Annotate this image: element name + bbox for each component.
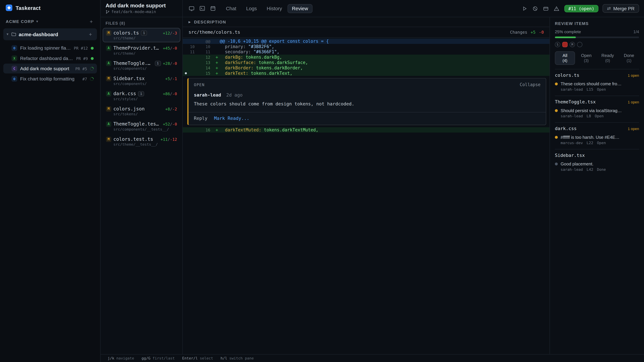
sidebar: Taskeract ACME CORP ▾ + ▾ acme-dashboard… [0, 0, 100, 362]
files-header: FILES (8) [100, 17, 182, 27]
avatar-empty[interactable] [577, 42, 582, 47]
review-item[interactable]: These colors should come fro… sarah-lead… [555, 81, 639, 91]
task-label: Fix loading spinner flash [20, 45, 71, 50]
file-name: ThemeToggle.test.tsx [113, 121, 161, 127]
mark-ready-button[interactable]: Mark Ready... [214, 116, 250, 121]
description-label: DESCRIPTION [194, 20, 226, 24]
repo-item[interactable]: ▾ acme-dashboard + [3, 28, 97, 40]
task-item[interactable]: O Fix loading spinner flash PR #12 [3, 43, 97, 53]
status-done-dot [91, 57, 94, 60]
terminal-icon[interactable] [198, 4, 206, 13]
review-item-text: #ffffff is too harsh. Use #E4E… [561, 135, 639, 139]
group-file-name: dark.css [555, 126, 577, 131]
collapse-button[interactable]: Collapse [520, 82, 540, 87]
diff-line-added-with-comment[interactable]: 15 + darkText: tokens.darkText, [183, 70, 550, 76]
file-row[interactable]: M Sidebar.tsx +5/-1 src/components/ [103, 73, 180, 88]
tab-chat[interactable]: Chat [221, 4, 241, 13]
review-item-meta: sarah-lead L15 Open [561, 87, 639, 91]
file-path: src/components/ [113, 66, 177, 70]
diff-line[interactable]: 10 10 primary: "#3B82F6", [183, 44, 550, 49]
diff-line-added[interactable]: 16 + darkTextMuted: tokens.darkTextMuted… [183, 127, 550, 133]
reply-button[interactable]: Reply [194, 116, 208, 121]
merge-pr-button[interactable]: ⇄ Merge PR [602, 4, 639, 12]
screen-icon[interactable] [187, 4, 196, 13]
review-group: dark.css 1 open #ffffff is too harsh. Us… [555, 122, 639, 145]
avatar-flagged[interactable] [562, 42, 568, 47]
diff-change-summary: Changes +5 -0 [510, 30, 544, 34]
modified-badge: M [106, 76, 111, 81]
filter-done[interactable]: Done (1) [619, 51, 639, 65]
add-org-button[interactable]: + [88, 18, 94, 25]
comment-thread: OPEN Collapse sarah-lead 2d ago These co… [187, 78, 546, 125]
file-row[interactable]: M colors.json +8/-2 src/tokens/ [103, 104, 180, 118]
modified-badge: M [106, 106, 111, 111]
thread-header: OPEN Collapse [188, 78, 546, 87]
diff-file-bar: src/theme/colors.ts Changes +5 -0 [183, 27, 550, 38]
file-row[interactable]: A dark.css 1 +86/-0 src/styles/ [103, 89, 180, 103]
file-path: src/styles/ [113, 97, 177, 101]
diff-line-added[interactable]: 12 + darkBg: tokens.darkBg, [183, 55, 550, 60]
org-switcher[interactable]: ACME CORP ▾ + [0, 15, 100, 27]
task-item-selected[interactable]: C Add dark mode support PR #5 [3, 64, 97, 73]
review-group: ThemeToggle.tsx 1 open Should persist vi… [555, 96, 639, 118]
task-type-icon: O [12, 45, 17, 51]
item-line: L8 [587, 114, 591, 118]
file-name: colors.json [113, 106, 145, 112]
tab-review[interactable]: Review [288, 4, 312, 13]
card-icon[interactable] [541, 4, 550, 13]
file-path: src/components/__tests__/ [113, 127, 177, 131]
keyboard-hint: j/k navigate [108, 356, 134, 360]
comment-body: These colors should come from design tok… [188, 98, 546, 112]
pr-status-badge[interactable]: #11 (open) [564, 5, 598, 12]
file-row[interactable]: M colors.test.ts +11/-12 src/theme/__tes… [103, 134, 180, 149]
task-label: Refactor dashboard data f... [20, 56, 73, 61]
diff-code: @@ @@ -10,6 +10,15 @@ export const color… [183, 38, 550, 133]
diff-line-added[interactable]: 14 + darkBorder: tokens.darkBorder, [183, 65, 550, 70]
add-task-button[interactable]: + [87, 31, 94, 38]
file-row[interactable]: A ThemeToggle.test.tsx +52/-0 src/compon… [103, 119, 180, 133]
warning-icon[interactable] [552, 4, 561, 13]
tab-logs[interactable]: Logs [242, 4, 262, 13]
workspace: Add dark mode support feat/dark-mode→mai… [100, 0, 644, 362]
task-item[interactable]: O Fix chart tooltip formatting #7 [3, 74, 97, 84]
group-file-name: ThemeToggle.tsx [555, 99, 596, 105]
reviewer-avatars: S M [555, 42, 639, 47]
review-item[interactable]: Good placement. sarah-lead L42 Done [555, 161, 639, 171]
modified-badge: M [106, 136, 111, 142]
description-toggle[interactable]: ▶ DESCRIPTION [183, 17, 550, 27]
tab-history[interactable]: History [262, 4, 286, 13]
file-stats: +28/-0 [163, 61, 177, 65]
status-done-dot [91, 46, 94, 49]
item-status: Open [595, 114, 604, 118]
app-logo: Taskeract [0, 0, 100, 15]
task-item[interactable]: X Refactor dashboard data f... PR #9 [3, 53, 97, 63]
stop-ban-icon[interactable] [531, 4, 540, 13]
file-row[interactable]: A ThemeToggle.tsx 1 +28/-0 src/component… [103, 58, 180, 73]
review-filters: All (4) Open (3) Ready (0) Done (1) [555, 51, 639, 65]
review-group: colors.ts 1 open These colors should com… [555, 69, 639, 91]
diff-file-path: src/theme/colors.ts [188, 29, 240, 35]
review-item[interactable]: Should persist via localStorag… sarah-le… [555, 108, 639, 118]
play-icon[interactable] [520, 4, 529, 13]
avatar[interactable]: M [570, 42, 575, 47]
file-name: dark.css [113, 91, 136, 96]
file-stats: +52/-0 [163, 122, 177, 126]
avatar[interactable]: S [555, 42, 560, 47]
file-stats: +12/-3 [163, 30, 177, 35]
file-row-selected[interactable]: M colors.ts 1 +12/-3 src/theme/ [103, 28, 180, 42]
item-author: marcus-dev [561, 141, 583, 145]
calendar-icon[interactable] [208, 4, 217, 13]
file-row[interactable]: A ThemeProvider.tsx +45/-0 src/theme/ [103, 43, 180, 57]
filter-open[interactable]: Open (3) [576, 51, 596, 65]
review-item-text: Good placement. [561, 161, 639, 166]
open-count-badge: 1 open [628, 73, 639, 77]
app-root: Taskeract ACME CORP ▾ + ▾ acme-dashboard… [0, 0, 644, 362]
diff-line[interactable]: 11 11 secondary: "#6366F1", [183, 49, 550, 55]
filter-all[interactable]: All (4) [555, 51, 575, 65]
review-item[interactable]: #ffffff is too harsh. Use #E4E… marcus-d… [555, 135, 639, 145]
diff-line-added[interactable]: 13 + darkSurface: tokens.darkSurface, [183, 60, 550, 65]
modified-badge: M [106, 30, 111, 35]
keyboard-hint: Enter/l select [182, 356, 213, 360]
task-list: O Fix loading spinner flash PR #12 X Ref… [0, 43, 100, 84]
filter-ready[interactable]: Ready (0) [598, 51, 618, 65]
